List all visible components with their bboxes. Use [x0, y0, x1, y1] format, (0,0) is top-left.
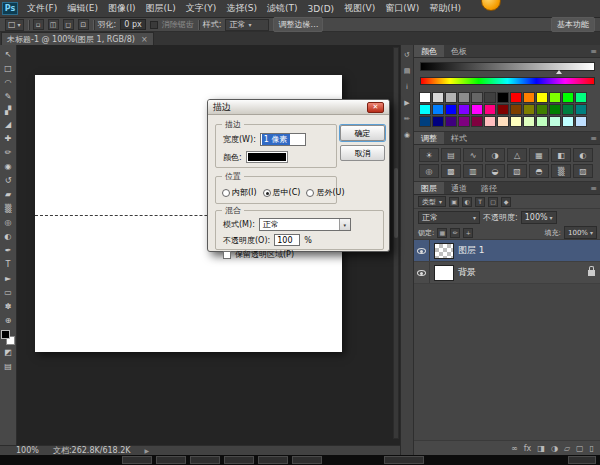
swatch[interactable]	[523, 104, 535, 115]
add-mask-icon[interactable]: ◨	[537, 444, 545, 453]
style-dropdown[interactable]: 正常 ▾	[225, 19, 269, 31]
curves-icon[interactable]: ∿	[463, 148, 483, 162]
swatch[interactable]	[432, 116, 444, 127]
taskbar-item[interactable]	[122, 456, 152, 464]
panel-menu-icon[interactable]: ≡	[586, 182, 600, 194]
swatch[interactable]	[484, 116, 496, 127]
swatch[interactable]	[562, 92, 574, 103]
swatch[interactable]	[484, 104, 496, 115]
swatch[interactable]	[419, 116, 431, 127]
taskbar-item[interactable]	[156, 456, 186, 464]
vibrance-icon[interactable]: △	[507, 148, 527, 162]
ok-button[interactable]: 确定	[340, 125, 385, 141]
delete-layer-icon[interactable]: ▯	[590, 444, 594, 453]
swatch[interactable]	[575, 92, 587, 103]
menu-layer[interactable]: 图层(L)	[141, 0, 181, 17]
menu-window[interactable]: 窗口(W)	[380, 0, 424, 17]
history-brush-tool[interactable]: ↺	[1, 173, 16, 187]
workspace-switcher[interactable]: 基本功能	[551, 17, 595, 32]
swatch[interactable]	[523, 116, 535, 127]
tool-preset-picker[interactable]: □ ▾	[5, 19, 24, 31]
layer-row-layer1[interactable]: 图层 1	[414, 240, 600, 262]
scrollbar-thumb[interactable]	[394, 168, 398, 238]
new-group-icon[interactable]: ▱	[564, 444, 570, 453]
blend-mode-dropdown[interactable]: 正常 ▾	[418, 211, 480, 224]
type-filter-icon[interactable]: T	[475, 197, 485, 207]
width-input[interactable]: 1 像素	[260, 133, 306, 146]
close-tab-icon[interactable]: ×	[141, 35, 148, 44]
adjustment-filter-icon[interactable]: ◐	[462, 197, 472, 207]
position-center-radio[interactable]: 居中(C)	[263, 187, 301, 198]
menu-3d[interactable]: 3D(D)	[302, 2, 339, 16]
lock-pixels-icon[interactable]: ✏	[450, 228, 460, 238]
zoom-tool[interactable]: ⊕	[1, 313, 16, 327]
swatch[interactable]	[562, 104, 574, 115]
path-selection-tool[interactable]: ►	[1, 271, 16, 285]
link-layers-icon[interactable]: ∞	[511, 444, 518, 453]
menu-view[interactable]: 视图(V)	[339, 0, 380, 17]
swatch[interactable]	[549, 104, 561, 115]
taskbar-item[interactable]	[292, 456, 322, 464]
dodge-tool[interactable]: ◐	[1, 229, 16, 243]
swatch[interactable]	[510, 116, 522, 127]
gradient-map-icon[interactable]: ▒	[551, 164, 571, 178]
layer-thumbnail[interactable]	[434, 265, 454, 281]
clone-source-panel-icon[interactable]: ◉	[401, 129, 413, 141]
opacity-value[interactable]: 100% ▾	[521, 211, 557, 224]
new-selection-icon[interactable]: ▫	[33, 19, 44, 30]
panel-menu-icon[interactable]: ≡	[586, 132, 600, 144]
close-button[interactable]: ✕	[367, 102, 384, 113]
black-white-icon[interactable]: ◐	[573, 148, 593, 162]
antialias-checkbox[interactable]	[150, 21, 158, 29]
swatch[interactable]	[536, 104, 548, 115]
swatch[interactable]	[484, 92, 496, 103]
swatch[interactable]	[445, 104, 457, 115]
hand-tool[interactable]: ✽	[1, 299, 16, 313]
properties-panel-icon[interactable]: ▤	[401, 65, 413, 77]
panel-menu-icon[interactable]: ≡	[586, 45, 600, 57]
subtract-selection-icon[interactable]: ◻	[63, 19, 74, 30]
foreground-background-swatches[interactable]	[1, 330, 15, 345]
visibility-toggle[interactable]	[414, 240, 430, 261]
actions-panel-icon[interactable]: ▶	[401, 97, 413, 109]
feather-input[interactable]: 0 px	[120, 19, 145, 30]
swatch[interactable]	[458, 92, 470, 103]
cancel-button[interactable]: 取消	[340, 145, 385, 161]
quick-mask-icon[interactable]: ◩	[1, 345, 16, 359]
add-selection-icon[interactable]: ◫	[48, 19, 59, 30]
layer-filter-dropdown[interactable]: 类型 ▾	[418, 196, 446, 207]
menu-type[interactable]: 文字(Y)	[181, 0, 222, 17]
vertical-scrollbar[interactable]	[393, 47, 399, 439]
layer-name[interactable]: 图层 1	[458, 244, 485, 257]
fill-value[interactable]: 100% ▾	[564, 226, 597, 239]
ramp-slider-handle[interactable]	[556, 70, 562, 74]
swatch[interactable]	[536, 92, 548, 103]
levels-icon[interactable]: ▤	[441, 148, 461, 162]
channel-mixer-icon[interactable]: ▩	[441, 164, 461, 178]
menu-image[interactable]: 图像(I)	[103, 0, 141, 17]
status-arrow-icon[interactable]: ▶	[145, 447, 150, 454]
swatch[interactable]	[549, 92, 561, 103]
menu-file[interactable]: 文件(F)	[22, 0, 62, 17]
layer-row-background[interactable]: 背景	[414, 262, 600, 284]
stroke-color-swatch[interactable]	[246, 151, 288, 163]
swatch[interactable]	[497, 104, 509, 115]
swatch[interactable]	[445, 92, 457, 103]
photo-filter-icon[interactable]: ◎	[419, 164, 439, 178]
swatch[interactable]	[510, 92, 522, 103]
posterize-icon[interactable]: ▧	[507, 164, 527, 178]
layer-style-icon[interactable]: fx	[524, 444, 532, 453]
exposure-icon[interactable]: ◑	[485, 148, 505, 162]
tab-swatches[interactable]: 色板	[444, 45, 474, 57]
tab-styles[interactable]: 样式	[444, 132, 474, 144]
taskbar-item[interactable]	[384, 456, 424, 464]
lock-transparent-icon[interactable]: ▦	[437, 228, 447, 238]
brightness-contrast-icon[interactable]: ☀	[419, 148, 439, 162]
tab-layers[interactable]: 图层	[414, 182, 444, 194]
layer-thumbnail[interactable]	[434, 243, 454, 259]
eyedropper-tool[interactable]: ◢	[1, 117, 16, 131]
foreground-color-swatch[interactable]	[1, 330, 10, 339]
opacity-input[interactable]: 100	[274, 234, 300, 246]
swatch[interactable]	[497, 116, 509, 127]
position-outside-radio[interactable]: 居外(U)	[306, 187, 344, 198]
